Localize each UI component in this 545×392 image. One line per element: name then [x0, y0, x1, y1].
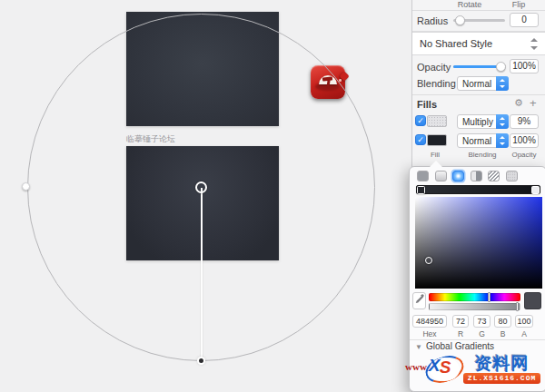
watermark-www-text: www [405, 361, 427, 372]
fill-type-angular-gradient-button[interactable] [471, 171, 482, 181]
flip-button-label[interactable]: Flip [500, 0, 537, 9]
fill-opacity-field[interactable]: 100% [510, 133, 539, 148]
watermark-site-name: 资料网 [475, 356, 530, 372]
logo-letter-s: S [440, 358, 451, 377]
divider [412, 94, 545, 95]
fill-blending-value: Normal [462, 135, 491, 147]
fill-color-well[interactable] [427, 134, 447, 146]
opacity-slider-knob[interactable] [496, 62, 506, 72]
gradient-stop-start[interactable] [417, 186, 425, 194]
canvas[interactable]: 临摹锤子论坛 [0, 0, 411, 392]
radius-value-field[interactable]: 0 [510, 13, 539, 27]
red-field-label: R [452, 329, 469, 338]
opacity-column-label: Opacity [506, 151, 542, 159]
shared-style-dropdown[interactable]: No Shared Style [412, 32, 545, 55]
add-fill-button[interactable]: + [530, 96, 537, 110]
radius-slider-knob[interactable] [455, 15, 465, 25]
watermark-site-url: ZL.XS1616.COM [463, 373, 540, 384]
radius-label: Radius [417, 15, 448, 26]
fill-type-pattern-button[interactable] [488, 171, 500, 181]
fill-type-selector [417, 171, 518, 181]
fill-type-noise-button[interactable] [506, 171, 518, 181]
fill-enabled-checkbox[interactable]: ✓ [415, 115, 426, 126]
popup-stepper-icon [496, 76, 509, 91]
fill-blending-popup[interactable]: Multiply [457, 114, 509, 129]
blue-input[interactable]: 80 [494, 315, 511, 328]
gradient-end-handle[interactable] [199, 358, 203, 363]
fill-blending-value: Multiply [462, 116, 493, 128]
site-watermark: www X S 资料网 ZL.XS1616.COM [405, 351, 545, 387]
saturation-brightness-picker[interactable] [415, 197, 542, 289]
fill-opacity-field[interactable]: 9% [510, 114, 539, 129]
gradient-center-handle[interactable] [195, 181, 207, 193]
popover-arrow [430, 161, 442, 167]
fill-type-solid-button[interactable] [417, 171, 429, 181]
eyedropper-icon [413, 293, 425, 309]
shared-style-value: No Shared Style [420, 33, 492, 55]
divider [410, 339, 545, 340]
opacity-value-field[interactable]: 100% [510, 59, 539, 74]
rotate-button-label[interactable]: Rotate [447, 0, 492, 9]
green-field-label: G [473, 329, 490, 338]
fill-enabled-checkbox[interactable]: ✓ [415, 134, 426, 145]
blending-popup[interactable]: Normal [457, 76, 509, 91]
color-picker-cursor[interactable] [425, 257, 432, 264]
blending-column-label: Blending [464, 151, 500, 159]
gradient-axis-line[interactable] [201, 188, 203, 361]
fill-type-radial-gradient-button[interactable] [452, 171, 464, 181]
blending-label: Blending [417, 78, 456, 89]
alpha-slider[interactable] [429, 303, 520, 310]
hue-slider-marker[interactable] [488, 292, 490, 302]
hex-input[interactable]: 484950 [412, 315, 447, 328]
gradient-width-handle[interactable] [22, 182, 30, 191]
fill-column-label: Fill [421, 151, 449, 159]
alpha-slider-marker[interactable] [516, 302, 519, 311]
eyedropper-button[interactable] [412, 292, 426, 309]
fill-blending-popup[interactable]: Normal [457, 133, 509, 148]
opacity-label: Opacity [417, 62, 451, 73]
red-input[interactable]: 72 [452, 315, 469, 328]
watermark-logo: X S [425, 355, 465, 384]
fill-type-linear-gradient-button[interactable] [435, 171, 447, 181]
divider [412, 10, 545, 11]
alpha-field-label: A [515, 329, 533, 338]
global-gradients-header[interactable]: Global Gradients [426, 341, 494, 351]
opacity-slider[interactable] [453, 65, 505, 68]
gear-icon[interactable]: ⚙ [514, 97, 523, 109]
blue-field-label: B [494, 329, 511, 338]
alpha-input[interactable]: 100 [515, 315, 533, 328]
gradient-stop-bar[interactable] [416, 185, 540, 194]
logo-letter-x: X [429, 356, 441, 376]
blending-value: Normal [462, 78, 491, 90]
fill-color-well[interactable] [427, 115, 447, 127]
disclosure-triangle-icon[interactable]: ▼ [415, 343, 422, 351]
chevron-up-down-icon [530, 38, 538, 50]
fills-section-title: Fills [417, 99, 437, 110]
hex-field-label: Hex [412, 329, 447, 338]
radius-slider[interactable] [453, 19, 505, 22]
current-color-swatch[interactable] [524, 292, 541, 309]
green-input[interactable]: 73 [473, 315, 490, 328]
opacity-slider-fill [453, 65, 500, 68]
gradient-stop-end[interactable] [531, 186, 540, 194]
popup-stepper-icon [496, 133, 509, 148]
popup-stepper-icon [496, 114, 509, 129]
hue-slider[interactable] [429, 293, 520, 301]
